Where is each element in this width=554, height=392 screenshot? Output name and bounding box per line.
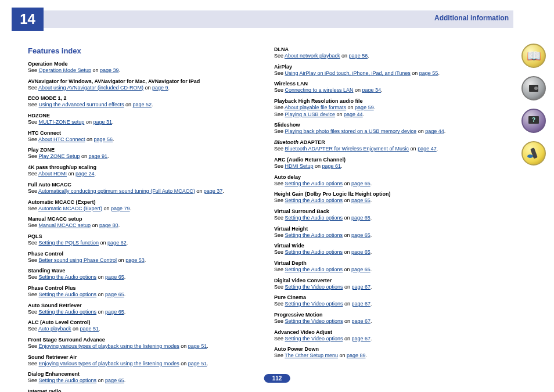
- page-link[interactable]: page 65: [351, 267, 370, 272]
- topic-link[interactable]: Auto playback: [38, 326, 71, 332]
- topic-link[interactable]: The Other Setup menu: [285, 353, 338, 358]
- topic-link[interactable]: Automatically conducting optimum sound t…: [38, 188, 195, 194]
- topic-link[interactable]: Setting the Audio options: [39, 292, 97, 297]
- page-link[interactable]: page 37: [204, 188, 223, 194]
- page-link[interactable]: page 59: [355, 105, 374, 110]
- topic-link[interactable]: Setting the Audio options: [285, 232, 343, 238]
- topic-link[interactable]: About playable file formats: [285, 105, 346, 110]
- topic-link[interactable]: HDMI Setup: [285, 163, 314, 169]
- topic-link[interactable]: Bluetooth ADAPTER for Wireless Enjoyment…: [285, 146, 409, 152]
- see-prefix: See: [28, 188, 38, 194]
- page-link[interactable]: page 53: [125, 257, 145, 263]
- topic-link[interactable]: Setting the Audio options: [39, 274, 97, 280]
- topic-link[interactable]: Manual MCACC setup: [39, 222, 91, 228]
- page-link[interactable]: page 80: [99, 222, 118, 228]
- page-link[interactable]: page 65: [105, 292, 124, 297]
- topic-link[interactable]: Setting the Video options: [285, 284, 343, 290]
- page-link[interactable]: page 44: [344, 112, 363, 117]
- page-link[interactable]: page 9: [152, 85, 168, 91]
- page-link[interactable]: page 89: [347, 353, 366, 358]
- index-entry-line: See About network playback on page 56.: [274, 53, 509, 60]
- topic-link[interactable]: Setting the Audio options: [285, 249, 343, 255]
- index-entry: Bluetooth ADAPTERSee Bluetooth ADAPTER f…: [274, 139, 509, 153]
- page-link[interactable]: page 65: [351, 232, 370, 238]
- book-icon[interactable]: 📖: [521, 44, 546, 68]
- topic-link[interactable]: Setting the Video options: [285, 336, 343, 341]
- page-link[interactable]: page 31: [93, 119, 112, 125]
- page-link[interactable]: page 24: [75, 171, 95, 177]
- receiver-icon[interactable]: [521, 76, 546, 100]
- page-link[interactable]: page 34: [362, 87, 382, 93]
- page-link[interactable]: page 55: [419, 70, 438, 76]
- topic-link[interactable]: About HDMI: [38, 171, 67, 177]
- topic-link[interactable]: Play ZONE Setup: [39, 153, 80, 159]
- page-link[interactable]: page 67: [351, 336, 370, 341]
- page-link[interactable]: page 39: [100, 67, 119, 73]
- topic-link[interactable]: Better sound using Phase Control: [39, 257, 117, 263]
- index-entry: Phase Control PlusSee Setting the Audio …: [28, 285, 262, 299]
- topic-link[interactable]: Automatic MCACC (Expert): [38, 206, 102, 211]
- topic-link[interactable]: Setting the Video options: [285, 301, 343, 307]
- topic-link[interactable]: Operation Mode Setup: [39, 67, 92, 73]
- page-link[interactable]: page 67: [351, 284, 370, 290]
- help-icon[interactable]: ?: [521, 109, 546, 133]
- topic-link[interactable]: Setting the Audio options: [285, 267, 343, 272]
- topic-link[interactable]: Using AirPlay on iPod touch, iPhone, iPa…: [285, 70, 411, 76]
- on-text: on: [338, 353, 347, 358]
- topic-link[interactable]: About network playback: [285, 53, 340, 59]
- page-link[interactable]: page 61: [322, 163, 341, 169]
- index-entry: Wireless LANSee Connecting to a wireless…: [274, 81, 509, 94]
- page-link[interactable]: page 51: [188, 361, 207, 366]
- page-link[interactable]: page 65: [105, 377, 124, 383]
- index-entry-title: Height Gain (Dolby Pro Logic llz Height …: [274, 191, 509, 197]
- index-entry-title: Auto Power Down: [274, 346, 509, 352]
- index-entry-title: PQLS: [28, 233, 262, 239]
- see-prefix: See: [274, 336, 285, 341]
- topic-link[interactable]: Connecting to a wireless LAN: [285, 87, 354, 93]
- index-entry-line: See Enjoying various types of playback u…: [28, 361, 262, 368]
- topic-link[interactable]: Setting the Audio options: [39, 377, 97, 383]
- topic-link[interactable]: Enjoying various types of playback using…: [39, 343, 179, 349]
- topic-link[interactable]: Setting the Audio options: [39, 309, 97, 315]
- topic-link[interactable]: Using the Advanced surround effects: [39, 102, 124, 107]
- page-link[interactable]: page 47: [418, 146, 437, 152]
- index-entry-title: ARC (Audio Return Channel): [274, 157, 509, 163]
- page-link[interactable]: page 51: [188, 343, 207, 349]
- page-link[interactable]: page 67: [351, 318, 370, 324]
- page-link[interactable]: page 79: [111, 206, 130, 211]
- topic-link[interactable]: Setting the Video options: [285, 318, 343, 324]
- page-link[interactable]: page 65: [105, 274, 124, 280]
- page-link[interactable]: page 56: [349, 53, 368, 59]
- page-link[interactable]: page 51: [80, 326, 99, 332]
- page-link[interactable]: page 65: [351, 197, 370, 203]
- on-text: on: [67, 171, 75, 177]
- page-link[interactable]: page 44: [425, 128, 444, 134]
- page-link[interactable]: page 65: [105, 309, 124, 315]
- page-link[interactable]: page 52: [132, 102, 152, 107]
- topic-link[interactable]: Enjoying various types of playback using…: [39, 361, 179, 366]
- page-link[interactable]: page 67: [351, 301, 370, 307]
- remote-icon[interactable]: [521, 141, 546, 166]
- topic-link[interactable]: About using AVNavigator (included CD-ROM…: [38, 85, 143, 91]
- page-link[interactable]: page 65: [351, 215, 370, 221]
- topic-link[interactable]: Playing back photo files stored on a USB…: [285, 128, 417, 134]
- page-link[interactable]: page 62: [107, 240, 127, 246]
- topic-link[interactable]: Setting the PQLS function: [39, 240, 99, 246]
- page-link[interactable]: page 65: [351, 181, 370, 186]
- see-prefix: See: [28, 85, 38, 91]
- index-entry: Auto Power DownSee The Other Setup menu …: [274, 346, 509, 359]
- on-text: on: [99, 240, 107, 246]
- page-link[interactable]: page 91: [89, 153, 108, 159]
- index-entry-line: See Bluetooth ADAPTER for Wireless Enjoy…: [274, 146, 509, 153]
- page-link[interactable]: page 56: [94, 136, 113, 142]
- topic-link[interactable]: Setting the Audio options: [285, 181, 343, 186]
- topic-link[interactable]: Playing a USB device: [285, 112, 336, 117]
- page-link[interactable]: page 65: [351, 249, 370, 255]
- index-entry: Digital Video ConverterSee Setting the V…: [274, 278, 509, 291]
- topic-link[interactable]: Setting the Audio options: [285, 215, 343, 221]
- topic-link[interactable]: About HTC Connect: [38, 136, 85, 142]
- svg-point-1: [534, 87, 538, 90]
- topic-link[interactable]: Setting the Audio options: [285, 197, 343, 203]
- topic-link[interactable]: MULTI-ZONE setup: [39, 119, 85, 125]
- on-text: on: [354, 87, 362, 93]
